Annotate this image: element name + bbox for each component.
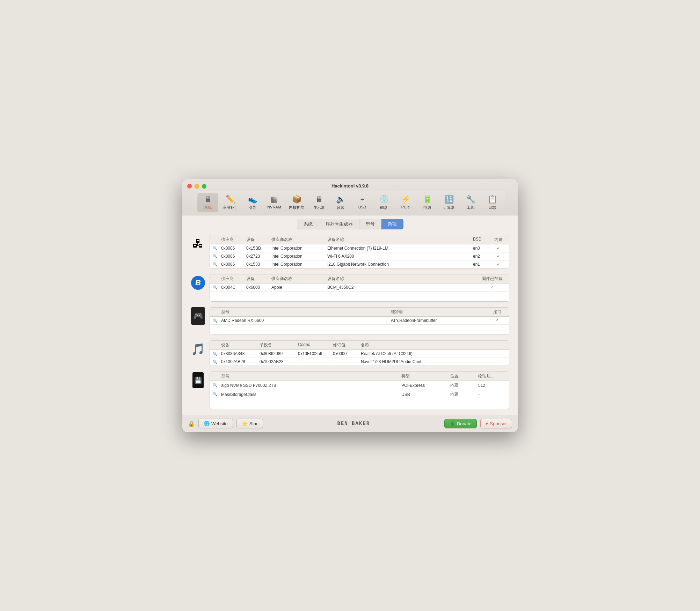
audio-table-header: 设备 子设备 Codec 修订值 名称 [210,341,509,350]
toolbar-label-kext: 内核扩展 [289,205,304,210]
dollar-icon: 💲 [450,421,455,426]
bluetooth-section: B 供应商 设备 供应商名称 设备名称 固件已加载 🔍 0x004C 0x600… [191,274,509,302]
table-row: 🔍 0x004C 0x6000 Apple BCM_4350C2 ✓ [210,284,509,292]
toolbar-label-usb: USB [358,205,366,209]
traffic-lights [187,184,206,189]
window-title: Hackintool v3.9.8 [331,183,369,189]
search-icon[interactable]: 🔍 [213,360,221,364]
search-icon[interactable]: 🔍 [213,383,221,388]
toolbar-label-plugins: 应用补丁 [223,205,238,210]
main-content: 🖧 供应商 设备 供应商名称 设备名称 BSD 内建 🔍 0x8086 0x15… [182,229,518,415]
audio-section: 🎵 设备 子设备 Codec 修订值 名称 🔍 0x8086A348 0x808… [191,340,509,366]
system-icon: 🖥 [204,195,212,204]
network-table: 供应商 设备 供应商名称 设备名称 BSD 内建 🔍 0x8086 0x15BB… [210,235,509,268]
table-row: 🔍 AMD Radeon RX 6600 ATY,RadeonFramebuff… [210,317,509,325]
toolbar-item-system[interactable]: 🖥 系统 [197,193,218,212]
toolbar-item-audio[interactable]: 🔈 音频 [330,193,351,212]
toolbar-label-calc: 计算器 [443,205,455,210]
audio-icon: 🔈 [336,195,345,204]
search-icon[interactable]: 🔍 [213,262,221,267]
calc-icon: 🔢 [444,195,454,204]
table-row-empty [210,325,509,334]
display-icon: 🖥 [315,195,323,204]
toolbar-item-display[interactable]: 🖥 显示器 [308,193,329,212]
usb-icon: ⌁ [360,195,365,204]
search-icon[interactable]: 🔍 [213,285,221,290]
toolbar-label-log: 日志 [488,205,496,210]
table-row: 🔍 0x8086 0x15BB Intel Corporation Ethern… [210,244,509,252]
toolbar-item-plugins[interactable]: ✏️ 应用补丁 [219,193,241,212]
boot-icon: 👟 [248,195,257,204]
bluetooth-icon: B [191,275,205,290]
lock-icon: 🔒 [188,420,195,427]
toolbar-item-log[interactable]: 📋 日志 [482,193,503,212]
maximize-button[interactable] [202,184,206,189]
toolbar-label-tools: 工具 [467,205,474,210]
search-icon[interactable]: 🔍 [213,246,221,251]
toolbar-item-tools[interactable]: 🔧 工具 [460,193,481,212]
table-row: 🔍 0x8086A348 0x80862089 0x10EC0256 0x000… [210,350,509,358]
tab-misc[interactable]: 杂项 [381,219,403,229]
nvram-icon: ▦ [271,195,278,204]
table-row-empty [210,292,509,301]
storage-table-header: 型号 类型 位置 物理块... [210,372,509,381]
brand-area: BEN BAKER [267,421,441,426]
sponsor-button[interactable]: ♥ Sponsor [480,419,512,428]
star-button[interactable]: ⭐ Star [236,419,263,428]
toolbar-item-power[interactable]: 🔋 电源 [417,193,438,212]
bluetooth-table: 供应商 设备 供应商名称 设备名称 固件已加载 🔍 0x004C 0x6000 … [210,274,509,302]
network-icon: 🖧 [191,236,205,251]
search-icon[interactable]: 🔍 [213,254,221,259]
website-button[interactable]: 🌐 Website [198,419,233,428]
heart-icon: ♥ [486,421,488,426]
toolbar-label-boot: 引导 [249,205,256,210]
audio-icon: 🎵 [191,342,205,356]
table-row-empty [210,399,509,409]
kext-icon: 📦 [292,195,301,204]
gpu-table-header: 型号 缓冲帧 接口 [210,308,509,317]
gpu-icon: 🎮 [191,309,205,323]
toolbar-item-boot[interactable]: 👟 引导 [242,193,263,212]
search-icon[interactable]: 🔍 [213,318,221,323]
pcie-icon: ⚡ [401,195,410,204]
log-icon: 📋 [488,195,497,204]
network-section: 🖧 供应商 设备 供应商名称 设备名称 BSD 内建 🔍 0x8086 0x15… [191,235,509,268]
search-icon[interactable]: 🔍 [213,352,221,356]
gpu-table: 型号 缓冲帧 接口 🔍 AMD Radeon RX 6600 ATY,Radeo… [210,307,509,335]
search-icon[interactable]: 🔍 [213,392,221,397]
toolbar-label-display: 显示器 [313,205,325,210]
toolbar-item-nvram[interactable]: ▦ NVRAM [264,193,285,212]
table-row: 🔍 0x8086 0x1533 Intel Corporation I210 G… [210,260,509,268]
table-row: 🔍 0x8086 0x2723 Intel Corporation Wi-Fi … [210,252,509,260]
toolbar-label-nvram: NVRAM [267,205,281,209]
toolbar-label-audio: 音频 [337,205,344,210]
toolbar-item-usb[interactable]: ⌁ USB [352,193,373,212]
tab-system[interactable]: 系统 [297,219,319,229]
tools-icon: 🔧 [466,195,475,204]
globe-icon: 🌐 [204,421,210,426]
bluetooth-table-header: 供应商 设备 供应商名称 设备名称 固件已加载 [210,274,509,284]
storage-icon: 💾 [191,373,205,388]
toolbar-item-calc[interactable]: 🔢 计算器 [438,193,459,212]
toolbar-item-disk[interactable]: 💿 磁盘 [373,193,394,212]
toolbar-label-pcie: PCIe [401,205,410,209]
toolbar-label-disk: 磁盘 [380,205,388,210]
donate-button[interactable]: 💲 Donate [444,419,477,428]
minimize-button[interactable] [195,184,199,189]
main-window: Hackintool v3.9.8 🖥 系统 ✏️ 应用补丁 👟 引导 ▦ NV… [182,179,518,432]
tab-bar: 系统序列号生成器型号杂项 [182,215,518,229]
toolbar: 🖥 系统 ✏️ 应用补丁 👟 引导 ▦ NVRAM 📦 内核扩展 🖥 显示器 🔈… [195,191,505,212]
tab-model[interactable]: 型号 [359,219,381,229]
brand-text: BEN BAKER [337,421,370,426]
gpu-section: 🎮 型号 缓冲帧 接口 🔍 AMD Radeon RX 6600 ATY,Rad… [191,307,509,335]
toolbar-item-pcie[interactable]: ⚡ PCIe [395,193,416,212]
power-icon: 🔋 [423,195,432,204]
tab-serial[interactable]: 序列号生成器 [319,219,359,229]
disk-icon: 💿 [379,195,389,204]
close-button[interactable] [187,184,192,189]
plugins-icon: ✏️ [226,195,235,204]
storage-section: 💾 型号 类型 位置 物理块... 🔍 aigo NVMe SSD P7000Z… [191,371,509,409]
toolbar-item-kext[interactable]: 📦 内核扩展 [285,193,308,212]
storage-table: 型号 类型 位置 物理块... 🔍 aigo NVMe SSD P7000Z 2… [210,371,509,409]
table-row: 🔍 aigo NVMe SSD P7000Z 2TB PCI-Express 内… [210,381,509,390]
